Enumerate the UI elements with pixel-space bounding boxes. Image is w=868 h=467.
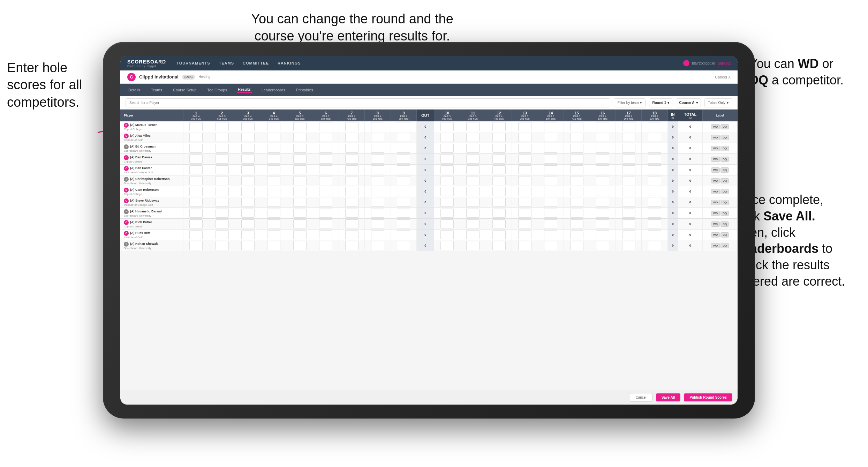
score-cell-h2[interactable] [209, 143, 235, 154]
score-cell-h9[interactable] [391, 229, 416, 240]
score-cell-h8[interactable] [365, 154, 391, 165]
score-cell-h10[interactable] [434, 132, 460, 143]
score-input-h3[interactable] [241, 155, 255, 164]
score-cell-h17[interactable] [616, 208, 641, 219]
score-input-h17[interactable] [622, 122, 635, 131]
score-input-h10[interactable] [440, 155, 454, 164]
score-cell-h7[interactable] [339, 197, 364, 208]
score-input-h1[interactable] [189, 155, 203, 164]
score-cell-h18[interactable] [642, 165, 667, 175]
score-cell-h12[interactable] [486, 154, 512, 165]
score-cell-h17[interactable] [616, 143, 641, 154]
score-input-h8[interactable] [371, 144, 384, 153]
score-input-h17[interactable] [622, 165, 635, 174]
score-cell-h9[interactable] [391, 154, 416, 165]
dq-button[interactable]: DQ [720, 124, 729, 129]
save-all-button[interactable]: Save All [656, 393, 681, 401]
score-input-h17[interactable] [622, 155, 635, 164]
score-cell-h11[interactable] [460, 219, 486, 229]
score-cell-h8[interactable] [365, 186, 391, 197]
score-input-h5[interactable] [293, 219, 307, 228]
score-input-h8[interactable] [371, 122, 384, 131]
score-cell-h8[interactable] [365, 208, 391, 219]
score-cell-h13[interactable] [512, 208, 538, 219]
score-cell-h5[interactable] [287, 154, 313, 165]
score-input-h13[interactable] [518, 122, 531, 131]
subnav-results[interactable]: Results [237, 87, 252, 93]
score-cell-h5[interactable] [287, 208, 313, 219]
score-cell-h5[interactable] [287, 143, 313, 154]
score-cell-h17[interactable] [616, 186, 641, 197]
score-cell-h16[interactable] [590, 229, 616, 240]
score-input-h3[interactable] [241, 198, 255, 207]
score-cell-h2[interactable] [209, 240, 235, 251]
subnav-details[interactable]: Details [127, 88, 141, 92]
score-cell-h7[interactable] [339, 186, 364, 197]
score-input-h8[interactable] [371, 241, 384, 250]
wd-button[interactable]: WD [711, 135, 720, 140]
score-input-h18[interactable] [648, 241, 661, 250]
score-input-h9[interactable] [397, 122, 410, 131]
dq-button[interactable]: DQ [720, 189, 729, 194]
score-input-h8[interactable] [371, 155, 384, 164]
subnav-course-setup[interactable]: Course Setup [172, 88, 197, 92]
score-input-h1[interactable] [189, 209, 203, 218]
score-input-h1[interactable] [189, 165, 203, 174]
nav-committee[interactable]: COMMITTEE [243, 61, 269, 65]
score-input-h16[interactable] [596, 187, 609, 196]
score-cell-h9[interactable] [391, 208, 416, 219]
score-cell-h10[interactable] [434, 165, 460, 175]
score-input-h13[interactable] [518, 209, 531, 218]
subnav-printables[interactable]: Printables [295, 88, 314, 92]
score-input-h11[interactable] [466, 230, 480, 239]
score-cell-h14[interactable] [538, 121, 564, 132]
score-input-h1[interactable] [189, 176, 203, 185]
score-cell-h3[interactable] [235, 143, 261, 154]
score-cell-h14[interactable] [538, 175, 564, 186]
score-input-h16[interactable] [596, 219, 609, 228]
score-input-h16[interactable] [596, 230, 609, 239]
score-input-h11[interactable] [466, 144, 480, 153]
score-cell-h14[interactable] [538, 154, 564, 165]
score-input-h2[interactable] [216, 198, 229, 207]
score-cell-h16[interactable] [590, 132, 616, 143]
score-cell-h11[interactable] [460, 154, 486, 165]
score-cell-h12[interactable] [486, 175, 512, 186]
score-input-h12[interactable] [492, 165, 506, 174]
score-input-h17[interactable] [622, 176, 635, 185]
score-input-h12[interactable] [492, 230, 506, 239]
score-cell-h14[interactable] [538, 219, 564, 229]
score-cell-h7[interactable] [339, 143, 364, 154]
score-cell-h1[interactable] [183, 143, 209, 154]
score-input-h7[interactable] [345, 241, 358, 250]
score-cell-h2[interactable] [209, 197, 235, 208]
score-input-h6[interactable] [319, 165, 332, 174]
score-input-h9[interactable] [397, 198, 410, 207]
score-cell-h2[interactable] [209, 229, 235, 240]
score-input-h11[interactable] [466, 198, 480, 207]
score-input-h15[interactable] [570, 176, 583, 185]
score-input-h10[interactable] [440, 176, 454, 185]
score-cell-h7[interactable] [339, 219, 364, 229]
score-cell-h17[interactable] [616, 154, 641, 165]
score-cell-h4[interactable] [261, 186, 287, 197]
sign-out-link[interactable]: Sign out [718, 61, 731, 65]
score-cell-h13[interactable] [512, 197, 538, 208]
score-cell-h18[interactable] [642, 229, 667, 240]
score-input-h10[interactable] [440, 241, 454, 250]
score-cell-h3[interactable] [235, 219, 261, 229]
score-input-h7[interactable] [345, 155, 358, 164]
score-cell-h14[interactable] [538, 143, 564, 154]
score-input-h2[interactable] [216, 122, 229, 131]
score-cell-h18[interactable] [642, 132, 667, 143]
score-cell-h8[interactable] [365, 132, 391, 143]
score-cell-h16[interactable] [590, 165, 616, 175]
score-cell-h5[interactable] [287, 240, 313, 251]
score-cell-h15[interactable] [564, 154, 590, 165]
score-cell-h10[interactable] [434, 219, 460, 229]
score-input-h6[interactable] [319, 230, 332, 239]
wd-button[interactable]: WD [711, 157, 720, 162]
wd-button[interactable]: WD [711, 200, 720, 205]
score-cell-h3[interactable] [235, 132, 261, 143]
score-cell-h3[interactable] [235, 186, 261, 197]
